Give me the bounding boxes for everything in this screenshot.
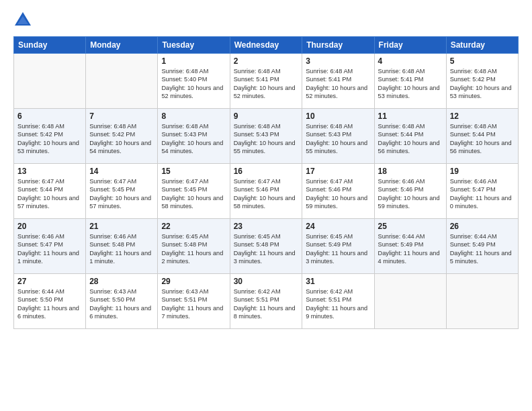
calendar-cell: 9Sunrise: 6:48 AM Sunset: 5:43 PM Daylig…	[230, 109, 302, 164]
calendar-cell	[14, 54, 86, 109]
calendar-week-row: 27Sunrise: 6:44 AM Sunset: 5:50 PM Dayli…	[14, 274, 519, 329]
day-number: 25	[378, 222, 443, 231]
day-info: Sunrise: 6:45 AM Sunset: 5:49 PM Dayligh…	[306, 232, 370, 266]
day-number: 16	[234, 167, 299, 176]
day-number: 15	[161, 167, 226, 176]
calendar-cell: 25Sunrise: 6:44 AM Sunset: 5:49 PM Dayli…	[374, 219, 446, 274]
day-info: Sunrise: 6:48 AM Sunset: 5:43 PM Dayligh…	[234, 122, 299, 156]
calendar-day-header: Saturday	[446, 37, 518, 54]
calendar-cell	[86, 54, 158, 109]
logo-icon	[13, 11, 32, 30]
calendar-cell: 2Sunrise: 6:48 AM Sunset: 5:41 PM Daylig…	[230, 54, 302, 109]
day-info: Sunrise: 6:43 AM Sunset: 5:51 PM Dayligh…	[161, 287, 226, 321]
day-info: Sunrise: 6:47 AM Sunset: 5:46 PM Dayligh…	[234, 177, 299, 211]
day-number: 28	[89, 277, 154, 286]
day-info: Sunrise: 6:46 AM Sunset: 5:46 PM Dayligh…	[378, 177, 443, 211]
calendar-cell: 28Sunrise: 6:43 AM Sunset: 5:50 PM Dayli…	[86, 274, 158, 329]
day-number: 30	[234, 277, 299, 286]
calendar-day-header: Wednesday	[230, 37, 302, 54]
calendar-cell: 11Sunrise: 6:48 AM Sunset: 5:44 PM Dayli…	[374, 109, 446, 164]
calendar-day-header: Thursday	[302, 37, 374, 54]
day-info: Sunrise: 6:47 AM Sunset: 5:45 PM Dayligh…	[161, 177, 226, 211]
day-info: Sunrise: 6:46 AM Sunset: 5:47 PM Dayligh…	[450, 177, 515, 211]
logo	[13, 11, 35, 30]
calendar-table: SundayMondayTuesdayWednesdayThursdayFrid…	[13, 36, 519, 329]
day-number: 18	[378, 167, 443, 176]
calendar-header-row: SundayMondayTuesdayWednesdayThursdayFrid…	[14, 37, 519, 54]
day-number: 12	[450, 111, 515, 121]
calendar-cell: 29Sunrise: 6:43 AM Sunset: 5:51 PM Dayli…	[158, 274, 230, 329]
calendar-day-header: Sunday	[14, 37, 86, 54]
calendar-cell: 18Sunrise: 6:46 AM Sunset: 5:46 PM Dayli…	[374, 164, 446, 219]
calendar-week-row: 20Sunrise: 6:46 AM Sunset: 5:47 PM Dayli…	[14, 219, 519, 274]
day-info: Sunrise: 6:48 AM Sunset: 5:41 PM Dayligh…	[234, 67, 299, 101]
day-info: Sunrise: 6:48 AM Sunset: 5:42 PM Dayligh…	[450, 67, 515, 101]
calendar-cell: 15Sunrise: 6:47 AM Sunset: 5:45 PM Dayli…	[158, 164, 230, 219]
page-header	[13, 11, 519, 30]
day-info: Sunrise: 6:48 AM Sunset: 5:41 PM Dayligh…	[306, 67, 370, 101]
day-number: 13	[17, 167, 82, 176]
day-info: Sunrise: 6:46 AM Sunset: 5:47 PM Dayligh…	[17, 232, 82, 266]
day-info: Sunrise: 6:45 AM Sunset: 5:48 PM Dayligh…	[161, 232, 226, 266]
day-info: Sunrise: 6:48 AM Sunset: 5:42 PM Dayligh…	[89, 122, 154, 156]
calendar-cell: 12Sunrise: 6:48 AM Sunset: 5:44 PM Dayli…	[446, 109, 518, 164]
day-info: Sunrise: 6:44 AM Sunset: 5:49 PM Dayligh…	[450, 232, 515, 266]
day-number: 23	[234, 222, 299, 231]
day-info: Sunrise: 6:48 AM Sunset: 5:41 PM Dayligh…	[378, 67, 443, 101]
calendar-cell: 13Sunrise: 6:47 AM Sunset: 5:44 PM Dayli…	[14, 164, 86, 219]
day-number: 11	[378, 111, 443, 121]
day-number: 7	[89, 111, 154, 121]
day-number: 20	[17, 222, 82, 231]
day-info: Sunrise: 6:48 AM Sunset: 5:44 PM Dayligh…	[450, 122, 515, 156]
day-number: 4	[378, 56, 443, 66]
day-info: Sunrise: 6:47 AM Sunset: 5:46 PM Dayligh…	[306, 177, 370, 211]
calendar-cell: 19Sunrise: 6:46 AM Sunset: 5:47 PM Dayli…	[446, 164, 518, 219]
day-number: 17	[306, 167, 370, 176]
day-number: 21	[89, 222, 154, 231]
day-info: Sunrise: 6:48 AM Sunset: 5:43 PM Dayligh…	[306, 122, 370, 156]
calendar-cell: 16Sunrise: 6:47 AM Sunset: 5:46 PM Dayli…	[230, 164, 302, 219]
day-info: Sunrise: 6:43 AM Sunset: 5:50 PM Dayligh…	[89, 287, 154, 321]
calendar-cell: 8Sunrise: 6:48 AM Sunset: 5:43 PM Daylig…	[158, 109, 230, 164]
calendar-cell: 6Sunrise: 6:48 AM Sunset: 5:42 PM Daylig…	[14, 109, 86, 164]
day-info: Sunrise: 6:48 AM Sunset: 5:42 PM Dayligh…	[17, 122, 82, 156]
day-info: Sunrise: 6:44 AM Sunset: 5:50 PM Dayligh…	[17, 287, 82, 321]
day-number: 31	[306, 277, 370, 286]
calendar-cell: 23Sunrise: 6:45 AM Sunset: 5:48 PM Dayli…	[230, 219, 302, 274]
day-info: Sunrise: 6:45 AM Sunset: 5:48 PM Dayligh…	[234, 232, 299, 266]
calendar-day-header: Monday	[86, 37, 158, 54]
day-number: 2	[234, 56, 299, 66]
calendar-week-row: 6Sunrise: 6:48 AM Sunset: 5:42 PM Daylig…	[14, 109, 519, 164]
day-info: Sunrise: 6:47 AM Sunset: 5:44 PM Dayligh…	[17, 177, 82, 211]
calendar-day-header: Tuesday	[158, 37, 230, 54]
calendar-day-header: Friday	[374, 37, 446, 54]
calendar-cell: 10Sunrise: 6:48 AM Sunset: 5:43 PM Dayli…	[302, 109, 374, 164]
calendar-cell: 24Sunrise: 6:45 AM Sunset: 5:49 PM Dayli…	[302, 219, 374, 274]
day-info: Sunrise: 6:48 AM Sunset: 5:43 PM Dayligh…	[161, 122, 226, 156]
day-number: 9	[234, 111, 299, 121]
calendar-cell: 26Sunrise: 6:44 AM Sunset: 5:49 PM Dayli…	[446, 219, 518, 274]
day-number: 29	[161, 277, 226, 286]
calendar-cell: 30Sunrise: 6:42 AM Sunset: 5:51 PM Dayli…	[230, 274, 302, 329]
day-info: Sunrise: 6:47 AM Sunset: 5:45 PM Dayligh…	[89, 177, 154, 211]
calendar-week-row: 13Sunrise: 6:47 AM Sunset: 5:44 PM Dayli…	[14, 164, 519, 219]
calendar-cell: 7Sunrise: 6:48 AM Sunset: 5:42 PM Daylig…	[86, 109, 158, 164]
calendar-cell: 4Sunrise: 6:48 AM Sunset: 5:41 PM Daylig…	[374, 54, 446, 109]
day-info: Sunrise: 6:42 AM Sunset: 5:51 PM Dayligh…	[234, 287, 299, 321]
day-number: 6	[17, 111, 82, 121]
day-number: 27	[17, 277, 82, 286]
calendar-cell: 14Sunrise: 6:47 AM Sunset: 5:45 PM Dayli…	[86, 164, 158, 219]
calendar-cell: 1Sunrise: 6:48 AM Sunset: 5:40 PM Daylig…	[158, 54, 230, 109]
day-info: Sunrise: 6:48 AM Sunset: 5:40 PM Dayligh…	[161, 67, 226, 101]
calendar-cell: 27Sunrise: 6:44 AM Sunset: 5:50 PM Dayli…	[14, 274, 86, 329]
day-number: 24	[306, 222, 370, 231]
day-number: 8	[161, 111, 226, 121]
day-info: Sunrise: 6:44 AM Sunset: 5:49 PM Dayligh…	[378, 232, 443, 266]
day-number: 14	[89, 167, 154, 176]
calendar-cell	[374, 274, 446, 329]
day-info: Sunrise: 6:46 AM Sunset: 5:48 PM Dayligh…	[89, 232, 154, 266]
day-number: 22	[161, 222, 226, 231]
calendar-cell: 31Sunrise: 6:42 AM Sunset: 5:51 PM Dayli…	[302, 274, 374, 329]
calendar-cell: 5Sunrise: 6:48 AM Sunset: 5:42 PM Daylig…	[446, 54, 518, 109]
calendar-cell: 21Sunrise: 6:46 AM Sunset: 5:48 PM Dayli…	[86, 219, 158, 274]
